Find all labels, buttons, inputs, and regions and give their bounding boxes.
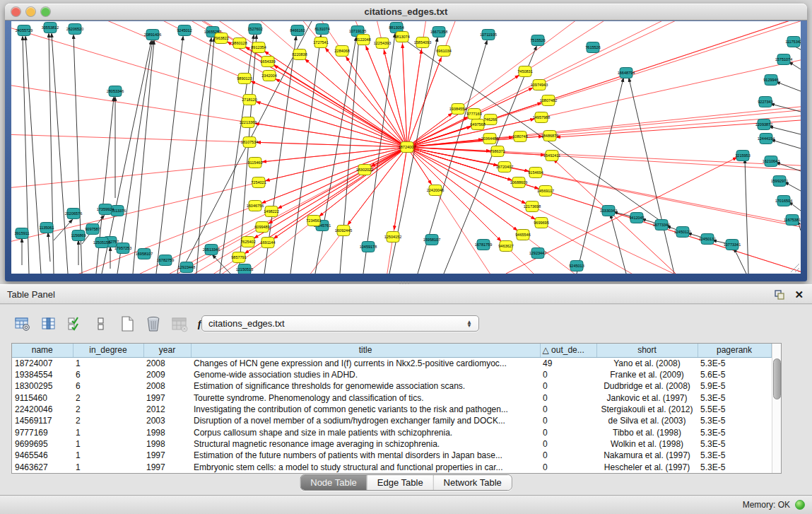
graph-node-label: 22420046 [427, 188, 444, 192]
graph-node-label: 9129946 [763, 78, 778, 82]
graph-node-label: 9777169 [466, 112, 481, 116]
memory-ok-indicator [795, 500, 805, 510]
graph-edge [11, 21, 407, 147]
table-panel-header: Table Panel ✕ [0, 284, 812, 304]
graph-edge [407, 147, 517, 230]
table-row[interactable]: 1872400712008Changes of HCN gene express… [12, 357, 771, 369]
graph-node-label: 3215953 [735, 153, 750, 158]
import-table-icon[interactable] [170, 313, 189, 334]
table-cell: 5.3E-5 [698, 450, 771, 461]
graph-edge [789, 202, 801, 211]
graph-node-label: 1654339 [260, 59, 275, 64]
table-row[interactable]: 1456911722003Disruption of a novel membe… [12, 415, 771, 426]
row-check-icon[interactable] [65, 313, 85, 334]
table-cell: 2012 [143, 404, 191, 415]
table-row[interactable]: 1830029562008Estimation of significance … [12, 380, 771, 392]
graph-node-label: 12923447 [529, 251, 546, 255]
graph-node-label: 17957253 [114, 246, 131, 250]
network-canvas[interactable]: 2405572930553812262065202089140692450121… [11, 21, 801, 274]
table-panel-body: f(x) citations_edges.txt ▲▼ namein_degre… [0, 305, 812, 495]
graph-edge [156, 37, 183, 274]
column-header-short[interactable]: short [596, 344, 698, 357]
table-cell: 9115460 [12, 392, 73, 404]
graph-node-label: 7234561 [306, 218, 321, 223]
table-scrollbar[interactable] [772, 344, 782, 473]
column-header-year[interactable]: year [143, 344, 191, 357]
window-titlebar[interactable]: citations_edges.txt [5, 4, 807, 21]
table-row[interactable]: 946554611997Estimation of the future num… [12, 450, 771, 461]
graph-edge [340, 37, 359, 274]
table-cell: 5.3E-5 [698, 392, 771, 404]
network-graph[interactable]: 2405572930553812262065202089140692450121… [11, 21, 801, 274]
graph-node-label: 9890123 [237, 76, 252, 81]
graph-edge [11, 21, 407, 147]
table-cell: 5.3E-5 [698, 427, 771, 438]
graph-node-label: 9097587 [85, 227, 100, 231]
graph-node-label: 14569117 [537, 189, 554, 193]
table-cell: 2 [73, 404, 143, 415]
column-header-name[interactable]: name [12, 344, 73, 357]
graph-node-label: 9699695 [534, 221, 548, 225]
graph-edge [11, 21, 407, 147]
graph-edge [611, 215, 626, 274]
graph-node-label: 11675381 [784, 218, 801, 222]
graph-node-label: 10459178 [360, 245, 377, 249]
graph-edge [554, 160, 676, 274]
graph-edge [274, 147, 407, 238]
column-header-in_degree[interactable]: in_degree [73, 344, 143, 357]
column-header-pagerank[interactable]: pagerank [698, 344, 771, 357]
column-header-out_de[interactable]: △ out_de... [540, 344, 596, 357]
node-table: namein_degreeyeartitle△ out_de...shortpa… [11, 343, 782, 474]
graph-edge [407, 48, 801, 147]
graph-edge [11, 21, 407, 147]
rows-icon[interactable] [91, 313, 111, 334]
graph-node-label: 16210643 [763, 159, 779, 163]
graph-node-label: 24055729 [16, 28, 33, 33]
table-row[interactable]: 946362711997Embryonic stem cells: a mode… [12, 462, 771, 473]
table-row[interactable]: 1938455462009Genome-wide association stu… [12, 369, 771, 380]
float-panel-icon[interactable] [774, 289, 785, 300]
table-cell: Estimation of significance thresholds fo… [191, 380, 540, 392]
graph-edge [257, 142, 407, 147]
graph-edge [11, 21, 407, 147]
table-cell: Tibbo et al. (1998) [596, 427, 698, 438]
graph-node-label: 8912354 [251, 45, 266, 49]
graph-edge [11, 21, 407, 147]
table-scrollbar-thumb[interactable] [773, 358, 781, 399]
graph-node-label: 6497568 [470, 122, 485, 127]
table-cell: Changes of HCN gene expression and I(f) … [191, 357, 540, 369]
tab-node-table[interactable]: Node Table [300, 475, 367, 490]
table-cell: Franke et al. (2009) [596, 369, 698, 380]
table-cell: 1998 [143, 427, 191, 438]
graph-node-label: 16720407 [496, 165, 513, 169]
table-cell: Corpus callosum shape and size in male p… [191, 427, 540, 438]
combo-arrows-icon: ▲▼ [463, 320, 478, 327]
memory-status-label: Memory: OK [743, 500, 790, 510]
tab-network-table[interactable]: Network Table [433, 475, 512, 490]
table-cell: Embryonic stem cells: a model to study s… [191, 462, 540, 473]
close-panel-icon[interactable]: ✕ [794, 288, 804, 301]
table-row[interactable]: 969969511998Structural magnetic resonanc… [12, 438, 771, 450]
table-settings-icon[interactable] [13, 313, 33, 334]
table-row[interactable]: 911546021997Tourette syndrome. Phenomeno… [12, 392, 771, 404]
new-file-icon[interactable] [117, 313, 137, 334]
node-table-grid: namein_degreeyeartitle△ out_de...shortpa… [12, 344, 772, 473]
table-cell: Yano et al. (2008) [596, 357, 698, 369]
column-header-title[interactable]: title [191, 344, 540, 357]
graph-node-label: 15958107 [423, 238, 440, 242]
network-selector[interactable]: citations_edges.txt ▲▼ [201, 315, 479, 332]
graph-node-label: 9245013 [569, 264, 584, 268]
column-select-icon[interactable] [39, 313, 59, 334]
graph-node-label: 18486879 [541, 134, 558, 138]
graph-node-label: 9860128 [232, 41, 247, 45]
graph-edge [11, 21, 407, 147]
table-row[interactable]: 2242004622012Investigating the contribut… [12, 404, 771, 415]
tab-edge-table[interactable]: Edge Table [367, 475, 433, 490]
graph-edge [257, 102, 407, 147]
graph-edge [577, 78, 623, 274]
table-cell: 9777169 [12, 427, 73, 438]
delete-icon[interactable] [143, 313, 163, 334]
table-cell: 5.5E-5 [698, 404, 771, 415]
table-row[interactable]: 977716911998Corpus callosum shape and si… [12, 427, 771, 438]
graph-node-label: 15492411 [543, 153, 560, 158]
